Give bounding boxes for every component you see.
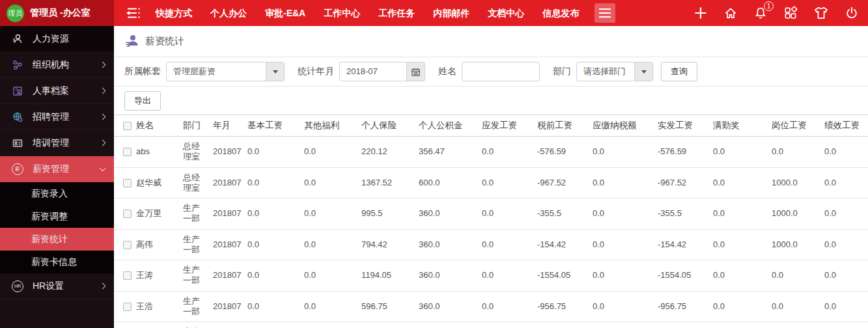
- top-nav-item[interactable]: 工作任务: [369, 0, 424, 26]
- cell-attendance-bonus: 0.0: [710, 137, 769, 168]
- theme-shirt-icon[interactable]: [813, 6, 829, 20]
- cell-performance-salary: 0.0: [822, 137, 868, 168]
- table-row[interactable]: 王浩 生产一部 201807 0.0 0.0 596.75 360.0 0.0 …: [114, 291, 868, 322]
- cell-pretax-salary: -1554.05: [535, 260, 590, 292]
- submenu-item-label: 薪资卡信息: [31, 256, 77, 268]
- stat-month-input[interactable]: [340, 62, 406, 81]
- dropdown-arrow-icon[interactable]: [266, 62, 284, 81]
- chevron-down-icon: [100, 165, 106, 171]
- logout-power-icon[interactable]: [845, 6, 859, 20]
- cell-pretax-salary: -956.75: [535, 291, 590, 322]
- cell-personal-insurance: 1194.05: [359, 260, 416, 292]
- column-header: 应缴纳税额: [590, 115, 655, 137]
- cell-payable-salary: 0.0: [479, 291, 535, 322]
- table-row[interactable]: 高伟 生产一部 201807 0.0 0.0 794.42 360.0 0.0 …: [114, 229, 868, 260]
- avatar: 理员: [7, 5, 24, 22]
- cell-pretax-salary: -355.5: [535, 198, 590, 230]
- table-row[interactable]: 赵华威 总经理室 201807 0.0 0.0 1367.52 600.0 0.…: [114, 167, 868, 198]
- submenu-item-salary-entry[interactable]: 薪资录入: [0, 182, 114, 205]
- sidebar-item-org[interactable]: 组织机构: [0, 52, 114, 78]
- cell-month: 201807: [210, 167, 245, 198]
- calendar-icon[interactable]: [406, 62, 425, 81]
- top-nav-item[interactable]: 内部邮件: [424, 0, 479, 26]
- collapse-sidebar-icon[interactable]: [124, 7, 141, 19]
- home-icon[interactable]: [723, 6, 738, 20]
- hr-icon: HR: [10, 280, 25, 292]
- search-button[interactable]: 查询: [661, 62, 697, 81]
- sidebar-item-hr-settings[interactable]: HR HR设置: [0, 273, 114, 299]
- cell-pretax-salary: -967.52: [535, 167, 590, 198]
- cell-attendance-bonus: 0.0: [710, 322, 769, 328]
- cell-department: 生产一部: [180, 322, 210, 328]
- user-area[interactable]: 理员 管理员 -办公室: [0, 0, 114, 26]
- add-icon[interactable]: [693, 6, 708, 20]
- row-checkbox[interactable]: [123, 303, 132, 311]
- cell-position-salary: 0.0: [769, 137, 822, 168]
- account-set-value: 管理层薪资: [167, 62, 266, 81]
- table-row[interactable]: 张秀英 生产一部 201807 0.0 0.0 1158.63 360.0 0.…: [114, 322, 868, 328]
- cell-name: 赵华威: [133, 167, 180, 198]
- cell-other-benefits: 0.0: [301, 260, 359, 292]
- sidebar-item-files[interactable]: 人事档案: [0, 78, 114, 104]
- cell-personal-insurance: 596.75: [359, 291, 416, 322]
- row-checkbox[interactable]: [123, 179, 132, 187]
- column-header: 绩效工资: [822, 115, 868, 137]
- cell-department: 生产一部: [180, 291, 210, 322]
- dropdown-arrow-icon[interactable]: [634, 62, 652, 81]
- cell-month: 201807: [210, 291, 245, 322]
- menu-icon[interactable]: [595, 3, 615, 23]
- submenu-item-label: 薪资录入: [31, 188, 68, 200]
- cell-base-salary: 0.0: [245, 291, 301, 322]
- top-nav-item[interactable]: 个人办公: [201, 0, 256, 26]
- cell-month: 201807: [210, 137, 245, 168]
- select-all-checkbox[interactable]: [123, 122, 132, 130]
- salary-icon: 薪: [10, 163, 25, 175]
- org-icon: [10, 59, 25, 71]
- cell-performance-salary: 0.0: [822, 322, 868, 328]
- toolbar: 导出: [114, 87, 868, 115]
- cell-personal-insurance: 995.5: [359, 198, 416, 230]
- stat-month-picker[interactable]: [339, 62, 425, 81]
- cell-other-benefits: 0.0: [301, 167, 359, 198]
- column-header: 税前工资: [535, 115, 590, 137]
- submenu-item-salary-adjust[interactable]: 薪资调整: [0, 205, 114, 228]
- cell-tax-due: 0.0: [590, 198, 655, 230]
- sidebar-item-salary[interactable]: 薪 薪资管理: [0, 156, 114, 182]
- sidebar-item-recruit[interactable]: 招聘管理: [0, 104, 114, 130]
- sidebar-item-hr[interactable]: 人力资源: [0, 26, 114, 52]
- apps-grid-icon[interactable]: [783, 6, 798, 20]
- sidebar-item-label: 培训管理: [33, 137, 69, 149]
- cell-month: 201807: [210, 198, 245, 230]
- top-nav-item[interactable]: 信息发布: [533, 0, 588, 26]
- sidebar: 人力资源 组织机构 人事档案 招聘管理: [0, 26, 114, 328]
- sidebar-item-training[interactable]: 培训管理: [0, 130, 114, 156]
- department-placeholder: 请选择部门: [577, 62, 634, 81]
- department-select[interactable]: 请选择部门: [576, 62, 653, 81]
- notifications-bell-icon[interactable]: 1: [753, 6, 768, 20]
- top-nav-item[interactable]: 快捷方式: [147, 0, 201, 26]
- cell-payable-salary: 0.0: [479, 322, 535, 328]
- table-row[interactable]: abs 总经理室 201807 0.0 0.0 220.12 356.47 0.…: [114, 137, 868, 168]
- table-row[interactable]: 王涛 生产一部 201807 0.0 0.0 1194.05 360.0 0.0…: [114, 260, 868, 292]
- main-content: 薪资统计 所属帐套 管理层薪资 统计年月 姓名 部门: [114, 26, 868, 328]
- export-button[interactable]: 导出: [124, 91, 161, 111]
- cell-month: 201807: [210, 260, 245, 292]
- account-set-select[interactable]: 管理层薪资: [166, 62, 285, 81]
- row-checkbox[interactable]: [123, 148, 132, 156]
- table-row[interactable]: 金万里 生产一部 201807 0.0 0.0 995.5 360.0 0.0 …: [114, 198, 868, 230]
- name-input[interactable]: [462, 62, 540, 81]
- cell-month: 201807: [210, 322, 245, 328]
- cell-other-benefits: 0.0: [301, 198, 359, 230]
- user-name: 管理员 -办公室: [30, 7, 91, 19]
- row-checkbox[interactable]: [123, 271, 132, 280]
- top-nav-item[interactable]: 审批-E&A: [256, 0, 315, 26]
- top-nav-item[interactable]: 文档中心: [479, 0, 533, 26]
- cell-payable-salary: 0.0: [479, 137, 535, 168]
- row-checkbox[interactable]: [123, 210, 132, 218]
- cell-department: 总经理室: [180, 167, 210, 198]
- submenu-item-salary-card[interactable]: 薪资卡信息: [0, 251, 114, 273]
- row-checkbox[interactable]: [123, 241, 132, 249]
- recruit-icon: [10, 111, 25, 123]
- submenu-item-salary-stats[interactable]: 薪资统计: [0, 228, 114, 251]
- top-nav-item[interactable]: 工作中心: [315, 0, 369, 26]
